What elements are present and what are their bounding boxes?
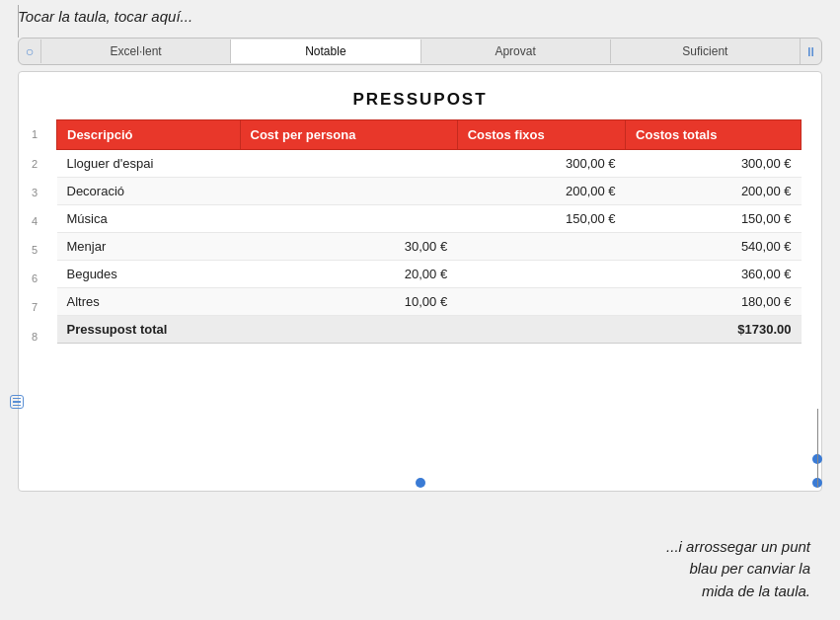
row-num-6: 6 xyxy=(24,264,41,292)
table-row: Begudes 20,00 € 360,00 € xyxy=(57,261,802,288)
table-wrapper: 1 2 3 4 5 6 7 8 Descripció Cost per pers… xyxy=(24,119,816,351)
tab-right-icon[interactable]: ⏸ xyxy=(800,39,821,64)
bottom-instruction: ...i arrossegar un punt blau per canviar… xyxy=(666,536,810,603)
table-row: Altres 10,00 € 180,00 € xyxy=(57,288,802,316)
total-value: $1730.00 xyxy=(626,316,802,344)
cell-desc: Altres xyxy=(57,288,241,316)
cell-fixed-cost xyxy=(457,261,625,288)
budget-table: Descripció Cost per persona Costos fixos… xyxy=(56,119,802,344)
top-instruction: Tocar la taula, tocar aquí... xyxy=(18,8,192,25)
tab-excelent[interactable]: Excel·lent xyxy=(40,39,230,63)
table-row: Decoració 200,00 € 200,00 € xyxy=(57,178,802,205)
table-row: Música 150,00 € 150,00 € xyxy=(57,205,802,233)
cell-desc: Menjar xyxy=(57,233,241,261)
tab-aprovat[interactable]: Aprovat xyxy=(420,39,610,63)
cell-total: 180,00 € xyxy=(626,288,802,316)
row-num-7: 7 xyxy=(24,292,41,321)
table-row: Menjar 30,00 € 540,00 € xyxy=(57,233,802,261)
cell-desc: Música xyxy=(57,205,241,233)
cell-desc: Decoració xyxy=(57,178,241,205)
tab-suficient[interactable]: Suficient xyxy=(610,39,800,63)
tab-left-icon[interactable]: ○ xyxy=(19,39,40,64)
cell-cost-person: 10,00 € xyxy=(240,288,457,316)
cell-cost-person: 20,00 € xyxy=(240,261,457,288)
cell-cost-person: 30,00 € xyxy=(240,233,457,261)
cell-total: 150,00 € xyxy=(626,205,802,233)
cell-fixed-cost xyxy=(457,288,625,316)
row-indicator[interactable] xyxy=(10,395,24,409)
total-label: Pressupost total xyxy=(57,316,626,344)
col-header-desc: Descripció xyxy=(57,120,241,150)
row-num-2: 2 xyxy=(24,149,41,178)
col-header-fixed-cost: Costos fixos xyxy=(457,120,625,150)
main-content: PRESSUPOST 1 2 3 4 5 6 7 8 Descripció Co… xyxy=(18,71,822,492)
resize-handle-bottom-center[interactable] xyxy=(416,478,425,488)
cell-cost-person xyxy=(240,205,457,233)
cell-total: 540,00 € xyxy=(626,233,802,261)
table-header-row: Descripció Cost per persona Costos fixos… xyxy=(57,120,802,150)
cell-fixed-cost: 150,00 € xyxy=(457,205,625,233)
cell-cost-person xyxy=(240,178,457,205)
table-row: Lloguer d'espai 300,00 € 300,00 € xyxy=(57,150,802,178)
cell-cost-person xyxy=(240,150,457,178)
row-num-3: 3 xyxy=(24,178,41,206)
cell-fixed-cost xyxy=(457,233,625,261)
row-num-header: 1 xyxy=(24,119,41,149)
cell-fixed-cost: 200,00 € xyxy=(457,178,625,205)
table-total-row: Pressupost total $1730.00 xyxy=(57,316,802,344)
cell-total: 300,00 € xyxy=(626,150,802,178)
row-numbers: 1 2 3 4 5 6 7 8 xyxy=(24,119,41,351)
tab-bar: ○ Excel·lent Notable Aprovat Suficient ⏸ xyxy=(18,38,822,65)
cell-desc: Begudes xyxy=(57,261,241,288)
instruction-arrow-line xyxy=(817,409,818,488)
row-num-8: 8 xyxy=(24,321,41,351)
row-num-4: 4 xyxy=(24,206,41,235)
document-title: PRESSUPOST xyxy=(19,72,821,119)
col-header-total: Costos totals xyxy=(626,120,802,150)
cell-desc: Lloguer d'espai xyxy=(57,150,241,178)
row-num-5: 5 xyxy=(24,235,41,264)
row-lines-icon xyxy=(13,398,21,407)
tab-notable[interactable]: Notable xyxy=(230,39,420,63)
col-header-cost-person: Cost per persona xyxy=(240,120,457,150)
cell-fixed-cost: 300,00 € xyxy=(457,150,625,178)
cell-total: 200,00 € xyxy=(626,178,802,205)
cell-total: 360,00 € xyxy=(626,261,802,288)
